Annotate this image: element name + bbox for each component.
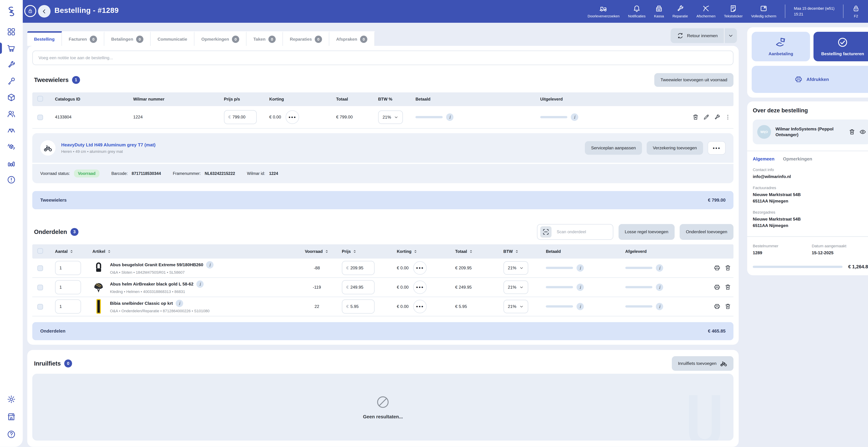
sidebar-item-alerts[interactable]: [7, 175, 16, 184]
info-icon[interactable]: i: [577, 284, 584, 291]
nav-afschermen[interactable]: Afschermen: [696, 4, 716, 18]
scan-onderdeel-input[interactable]: [556, 229, 601, 235]
lock-badge-icon[interactable]: [24, 5, 36, 17]
col-artikel[interactable]: Artikel: [92, 249, 292, 254]
sidebar-item-keys[interactable]: [7, 77, 16, 86]
remove-customer-icon[interactable]: [848, 128, 855, 135]
sidebar-item-bikes[interactable]: [7, 126, 16, 135]
price-input[interactable]: €249.95: [342, 280, 375, 294]
tab-facturen[interactable]: Facturen0: [62, 31, 104, 46]
scan-onderdeel-field[interactable]: [537, 224, 614, 240]
info-icon[interactable]: i: [656, 303, 663, 310]
btw-select[interactable]: 21%: [503, 261, 528, 275]
back-button[interactable]: [38, 5, 51, 18]
price-input[interactable]: €5.95: [342, 299, 375, 314]
price-input[interactable]: €209.95: [342, 261, 375, 275]
customer-card[interactable]: WI(O Wilmar InfoSystems (Peppol Ontvange…: [753, 119, 868, 145]
nav-notificaties[interactable]: Notificaties: [628, 4, 646, 18]
tab-reparaties[interactable]: Reparaties0: [283, 31, 329, 46]
col-korting[interactable]: Korting: [397, 249, 455, 254]
info-icon[interactable]: i: [446, 113, 454, 121]
sidebar-item-customers[interactable]: [7, 110, 16, 118]
order-note-input[interactable]: [32, 51, 734, 65]
inruilfiets-toevoegen-button[interactable]: Inruilfiets toevoegen: [672, 356, 734, 371]
info-icon[interactable]: i: [656, 264, 663, 272]
delete-icon[interactable]: [692, 114, 699, 121]
nav-volledig-scherm[interactable]: Volledig scherm: [751, 4, 776, 18]
tab-taken[interactable]: Taken0: [247, 31, 283, 46]
sidebar-item-dashboard[interactable]: [7, 27, 16, 36]
retour-dropdown-button[interactable]: [724, 28, 737, 43]
sidebar-item-settings[interactable]: [7, 395, 16, 404]
print-icon[interactable]: [714, 284, 720, 291]
nav-reparatie[interactable]: Reparatie: [673, 4, 688, 18]
tab-opmerkingen[interactable]: Opmerkingen: [783, 156, 812, 162]
wilmar-logo-icon[interactable]: [0, 0, 23, 23]
quantity-input[interactable]: 1: [55, 261, 81, 275]
print-icon[interactable]: [714, 303, 720, 310]
info-icon[interactable]: i: [577, 264, 584, 272]
col-voorraad[interactable]: Voorraad: [292, 249, 342, 254]
tab-communicatie[interactable]: Communicatie: [151, 31, 194, 46]
tab-opmerkingen[interactable]: Opmerkingen0: [194, 31, 247, 46]
nav-kassa[interactable]: Kassa: [654, 4, 664, 18]
nav-tekststicker[interactable]: Tekststicker: [724, 4, 743, 18]
info-icon[interactable]: i: [206, 261, 213, 268]
select-all-checkbox[interactable]: [37, 248, 43, 254]
more-options-button[interactable]: ●●●: [708, 141, 726, 155]
price-input[interactable]: €799.00: [224, 110, 257, 124]
sidebar-item-orders[interactable]: [7, 43, 16, 53]
repair-icon[interactable]: [714, 114, 720, 121]
delete-icon[interactable]: [724, 284, 731, 291]
tab-afspraken[interactable]: Afspraken0: [329, 31, 375, 46]
sidebar-item-reports[interactable]: [7, 159, 16, 168]
col-totaal[interactable]: Totaal: [455, 249, 503, 254]
info-icon[interactable]: i: [196, 280, 204, 288]
print-icon[interactable]: [714, 265, 720, 271]
col-aantal[interactable]: Aantal: [55, 249, 93, 254]
kebab-menu-icon[interactable]: [724, 114, 731, 121]
afdrukken-button[interactable]: Afdrukken: [752, 66, 868, 93]
row-checkbox[interactable]: [37, 265, 43, 271]
verzekering-button[interactable]: Verzekering toevoegen: [647, 141, 703, 155]
sidebar-item-stock[interactable]: [7, 93, 16, 102]
nav-lock-f2[interactable]: F2: [852, 4, 860, 18]
info-icon[interactable]: i: [577, 303, 584, 310]
info-icon[interactable]: i: [176, 300, 183, 307]
sidebar-item-inventory-sync[interactable]: [7, 142, 16, 151]
delete-icon[interactable]: [724, 265, 731, 271]
quantity-input[interactable]: 1: [55, 299, 81, 314]
korting-options-button[interactable]: ●●●: [286, 110, 299, 124]
btw-select[interactable]: 21%: [503, 280, 528, 294]
retour-innemen-button[interactable]: Retour innemen: [671, 28, 724, 43]
nav-doorleververzoeken[interactable]: Doorleververzoeken: [588, 4, 620, 18]
view-customer-icon[interactable]: [859, 128, 866, 135]
row-checkbox[interactable]: [37, 304, 43, 310]
sidebar-item-store[interactable]: [7, 412, 16, 421]
bike-name-link[interactable]: HeavyDuty Ltd H49 Aluminum grey T7 (mat): [61, 142, 585, 148]
sidebar-item-help[interactable]: [7, 430, 16, 439]
tab-bestelling[interactable]: Bestelling: [27, 31, 62, 46]
onderdeel-toevoegen-button[interactable]: Onderdeel toevoegen: [680, 224, 734, 240]
quantity-input[interactable]: 1: [55, 280, 81, 294]
korting-options-button[interactable]: ●●●: [413, 261, 427, 275]
edit-icon[interactable]: [703, 114, 710, 121]
row-checkbox[interactable]: [37, 115, 43, 120]
delete-icon[interactable]: [724, 303, 731, 310]
btw-select[interactable]: 21%: [378, 111, 403, 124]
korting-options-button[interactable]: ●●●: [413, 300, 427, 313]
col-prijs[interactable]: Prijs: [342, 249, 397, 254]
col-btw[interactable]: BTW: [503, 249, 546, 254]
serviceplan-button[interactable]: Serviceplan aanpassen: [585, 141, 642, 155]
tweewieler-toevoegen-button[interactable]: Tweewieler toevoegen uit voorraad: [654, 73, 734, 87]
bestelling-factureren-button[interactable]: Bestelling factureren: [813, 32, 868, 61]
row-checkbox[interactable]: [37, 285, 43, 290]
select-all-checkbox[interactable]: [37, 96, 43, 101]
info-icon[interactable]: i: [571, 113, 578, 121]
info-icon[interactable]: i: [656, 284, 663, 291]
korting-options-button[interactable]: ●●●: [413, 280, 427, 294]
tab-betalingen[interactable]: Betalingen0: [104, 31, 151, 46]
sidebar-item-repairs[interactable]: [7, 60, 16, 69]
losse-regel-button[interactable]: Losse regel toevoegen: [619, 224, 675, 240]
btw-select[interactable]: 21%: [503, 300, 528, 313]
